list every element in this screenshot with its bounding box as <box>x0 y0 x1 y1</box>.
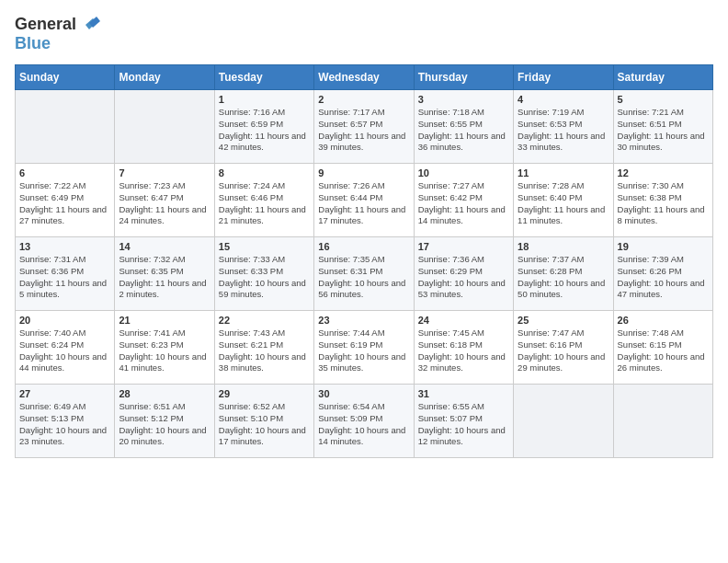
day-info: Sunrise: 7:40 AMSunset: 6:24 PMDaylight:… <box>19 327 110 374</box>
day-info: Sunrise: 7:41 AMSunset: 6:23 PMDaylight:… <box>119 327 210 374</box>
calendar-cell: 14Sunrise: 7:32 AMSunset: 6:35 PMDayligh… <box>115 237 214 311</box>
day-info: Sunrise: 7:39 AMSunset: 6:26 PMDaylight:… <box>618 254 709 301</box>
calendar-cell: 17Sunrise: 7:36 AMSunset: 6:29 PMDayligh… <box>414 237 513 311</box>
day-number: 5 <box>618 94 709 105</box>
calendar-cell: 25Sunrise: 7:47 AMSunset: 6:16 PMDayligh… <box>514 311 613 385</box>
calendar-cell: 24Sunrise: 7:45 AMSunset: 6:18 PMDayligh… <box>414 311 513 385</box>
day-info: Sunrise: 7:33 AMSunset: 6:33 PMDaylight:… <box>219 254 310 301</box>
day-info: Sunrise: 7:21 AMSunset: 6:51 PMDaylight:… <box>618 107 709 154</box>
day-number: 12 <box>618 167 709 178</box>
day-number: 3 <box>418 94 509 105</box>
calendar-cell: 31Sunrise: 6:55 AMSunset: 5:07 PMDayligh… <box>414 385 513 458</box>
calendar-cell: 30Sunrise: 6:54 AMSunset: 5:09 PMDayligh… <box>314 385 414 458</box>
weekday-header-friday: Friday <box>514 65 613 90</box>
week-row-4: 20Sunrise: 7:40 AMSunset: 6:24 PMDayligh… <box>16 311 713 385</box>
calendar-cell: 12Sunrise: 7:30 AMSunset: 6:38 PMDayligh… <box>613 164 712 237</box>
calendar-cell: 22Sunrise: 7:43 AMSunset: 6:21 PMDayligh… <box>214 311 313 385</box>
logo-bird-icon <box>80 17 100 33</box>
day-number: 31 <box>418 388 509 399</box>
page-header: General Blue <box>15 15 713 53</box>
weekday-header-row: SundayMondayTuesdayWednesdayThursdayFrid… <box>16 65 713 90</box>
day-info: Sunrise: 7:24 AMSunset: 6:46 PMDaylight:… <box>219 180 310 227</box>
day-info: Sunrise: 7:19 AMSunset: 6:53 PMDaylight:… <box>518 107 609 154</box>
calendar-cell: 1Sunrise: 7:16 AMSunset: 6:59 PMDaylight… <box>214 90 313 164</box>
day-number: 20 <box>19 315 110 326</box>
weekday-header-wednesday: Wednesday <box>314 65 414 90</box>
day-info: Sunrise: 7:43 AMSunset: 6:21 PMDaylight:… <box>219 327 310 374</box>
day-number: 6 <box>19 167 110 178</box>
day-info: Sunrise: 6:51 AMSunset: 5:12 PMDaylight:… <box>119 401 210 448</box>
day-info: Sunrise: 7:36 AMSunset: 6:29 PMDaylight:… <box>418 254 509 301</box>
logo-text-general: General <box>15 15 76 34</box>
day-info: Sunrise: 7:27 AMSunset: 6:42 PMDaylight:… <box>418 180 509 227</box>
day-number: 25 <box>518 315 609 326</box>
calendar-cell: 29Sunrise: 6:52 AMSunset: 5:10 PMDayligh… <box>214 385 313 458</box>
calendar-cell <box>514 385 613 458</box>
day-number: 22 <box>219 315 310 326</box>
day-info: Sunrise: 7:32 AMSunset: 6:35 PMDaylight:… <box>119 254 210 301</box>
calendar-cell <box>115 90 214 164</box>
week-row-3: 13Sunrise: 7:31 AMSunset: 6:36 PMDayligh… <box>16 237 713 311</box>
calendar-cell: 19Sunrise: 7:39 AMSunset: 6:26 PMDayligh… <box>613 237 712 311</box>
calendar-cell: 11Sunrise: 7:28 AMSunset: 6:40 PMDayligh… <box>514 164 613 237</box>
day-number: 4 <box>518 94 609 105</box>
calendar-cell: 2Sunrise: 7:17 AMSunset: 6:57 PMDaylight… <box>314 90 414 164</box>
calendar-cell: 5Sunrise: 7:21 AMSunset: 6:51 PMDaylight… <box>613 90 712 164</box>
calendar-cell: 15Sunrise: 7:33 AMSunset: 6:33 PMDayligh… <box>214 237 313 311</box>
day-info: Sunrise: 7:35 AMSunset: 6:31 PMDaylight:… <box>318 254 409 301</box>
day-number: 18 <box>518 241 609 252</box>
week-row-1: 1Sunrise: 7:16 AMSunset: 6:59 PMDaylight… <box>16 90 713 164</box>
day-number: 8 <box>219 167 310 178</box>
day-number: 27 <box>19 388 110 399</box>
calendar-cell <box>613 385 712 458</box>
day-number: 29 <box>219 388 310 399</box>
day-number: 13 <box>19 241 110 252</box>
calendar-cell: 23Sunrise: 7:44 AMSunset: 6:19 PMDayligh… <box>314 311 414 385</box>
day-number: 14 <box>119 241 210 252</box>
day-number: 23 <box>318 315 409 326</box>
calendar-cell: 20Sunrise: 7:40 AMSunset: 6:24 PMDayligh… <box>16 311 115 385</box>
calendar-table: SundayMondayTuesdayWednesdayThursdayFrid… <box>15 64 713 458</box>
week-row-2: 6Sunrise: 7:22 AMSunset: 6:49 PMDaylight… <box>16 164 713 237</box>
day-number: 24 <box>418 315 509 326</box>
day-info: Sunrise: 7:44 AMSunset: 6:19 PMDaylight:… <box>318 327 409 374</box>
day-info: Sunrise: 6:55 AMSunset: 5:07 PMDaylight:… <box>418 401 509 448</box>
calendar-cell: 27Sunrise: 6:49 AMSunset: 5:13 PMDayligh… <box>16 385 115 458</box>
day-info: Sunrise: 7:26 AMSunset: 6:44 PMDaylight:… <box>318 180 409 227</box>
calendar-cell: 16Sunrise: 7:35 AMSunset: 6:31 PMDayligh… <box>314 237 414 311</box>
day-number: 7 <box>119 167 210 178</box>
day-info: Sunrise: 6:49 AMSunset: 5:13 PMDaylight:… <box>19 401 110 448</box>
week-row-5: 27Sunrise: 6:49 AMSunset: 5:13 PMDayligh… <box>16 385 713 458</box>
calendar-cell: 26Sunrise: 7:48 AMSunset: 6:15 PMDayligh… <box>613 311 712 385</box>
day-number: 17 <box>418 241 509 252</box>
weekday-header-monday: Monday <box>115 65 214 90</box>
calendar-cell: 4Sunrise: 7:19 AMSunset: 6:53 PMDaylight… <box>514 90 613 164</box>
day-number: 26 <box>618 315 709 326</box>
day-info: Sunrise: 7:47 AMSunset: 6:16 PMDaylight:… <box>518 327 609 374</box>
day-info: Sunrise: 7:45 AMSunset: 6:18 PMDaylight:… <box>418 327 509 374</box>
day-number: 2 <box>318 94 409 105</box>
calendar-cell: 18Sunrise: 7:37 AMSunset: 6:28 PMDayligh… <box>514 237 613 311</box>
weekday-header-thursday: Thursday <box>414 65 513 90</box>
calendar-cell: 8Sunrise: 7:24 AMSunset: 6:46 PMDaylight… <box>214 164 313 237</box>
day-info: Sunrise: 7:23 AMSunset: 6:47 PMDaylight:… <box>119 180 210 227</box>
calendar-cell: 10Sunrise: 7:27 AMSunset: 6:42 PMDayligh… <box>414 164 513 237</box>
day-info: Sunrise: 6:52 AMSunset: 5:10 PMDaylight:… <box>219 401 310 448</box>
calendar-cell: 7Sunrise: 7:23 AMSunset: 6:47 PMDaylight… <box>115 164 214 237</box>
day-info: Sunrise: 7:31 AMSunset: 6:36 PMDaylight:… <box>19 254 110 301</box>
day-number: 11 <box>518 167 609 178</box>
day-info: Sunrise: 7:28 AMSunset: 6:40 PMDaylight:… <box>518 180 609 227</box>
day-number: 10 <box>418 167 509 178</box>
day-number: 15 <box>219 241 310 252</box>
day-number: 16 <box>318 241 409 252</box>
calendar-cell: 9Sunrise: 7:26 AMSunset: 6:44 PMDaylight… <box>314 164 414 237</box>
logo-image: General Blue <box>15 15 100 53</box>
day-info: Sunrise: 7:16 AMSunset: 6:59 PMDaylight:… <box>219 107 310 154</box>
calendar-cell: 3Sunrise: 7:18 AMSunset: 6:55 PMDaylight… <box>414 90 513 164</box>
weekday-header-saturday: Saturday <box>613 65 712 90</box>
calendar-cell <box>16 90 115 164</box>
logo: General Blue <box>15 15 100 53</box>
calendar-cell: 6Sunrise: 7:22 AMSunset: 6:49 PMDaylight… <box>16 164 115 237</box>
day-info: Sunrise: 7:37 AMSunset: 6:28 PMDaylight:… <box>518 254 609 301</box>
calendar-body: 1Sunrise: 7:16 AMSunset: 6:59 PMDaylight… <box>16 90 713 458</box>
